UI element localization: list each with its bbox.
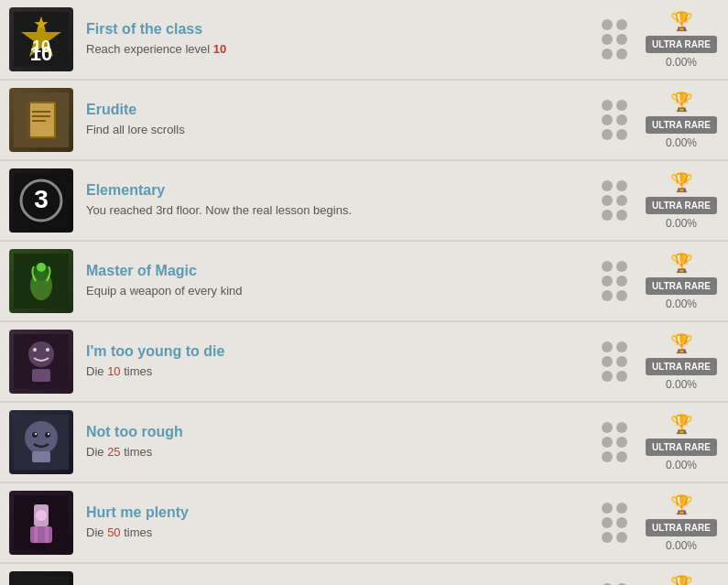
achievement-row: 3 ElementaryYou reached 3rd floor. Now t… bbox=[0, 161, 728, 240]
rarity-badge: ULTRA RARE bbox=[646, 358, 717, 375]
achievement-desc: Reach experience level 10 bbox=[86, 41, 585, 58]
achievement-desc: Die 50 times bbox=[86, 525, 585, 541]
achievement-dots bbox=[602, 341, 627, 382]
dot bbox=[602, 129, 613, 140]
achievement-row: Master of MagicEquip a weapon of every k… bbox=[0, 242, 728, 320]
svg-point-16 bbox=[37, 263, 46, 272]
achievement-rarity: 🏆ULTRA RARE0.00% bbox=[644, 171, 719, 230]
dot bbox=[616, 517, 627, 528]
achievement-dots bbox=[602, 422, 627, 462]
rarity-badge: ULTRA RARE bbox=[646, 439, 717, 456]
svg-rect-33 bbox=[34, 526, 38, 543]
dot bbox=[616, 49, 627, 60]
achievement-row: 10 First of the classReach experience le… bbox=[0, 0, 728, 79]
rarity-percent: 0.00% bbox=[666, 136, 697, 149]
dot bbox=[616, 114, 627, 125]
dot bbox=[602, 49, 613, 60]
rarity-percent: 0.00% bbox=[666, 539, 697, 552]
svg-point-31 bbox=[36, 510, 47, 521]
achievement-rarity: 🏆ULTRA RARE0.00% bbox=[644, 332, 719, 391]
trophy-icon: 🏆 bbox=[670, 252, 693, 274]
svg-point-27 bbox=[48, 433, 49, 435]
dot bbox=[602, 341, 613, 352]
svg-rect-21 bbox=[32, 369, 50, 382]
dot bbox=[616, 180, 627, 191]
trophy-icon: 🏆 bbox=[670, 171, 693, 193]
rarity-badge: ULTRA RARE bbox=[646, 277, 717, 295]
dot bbox=[602, 422, 613, 433]
achievement-rarity: 🏆ULTRA RARE0.00% bbox=[644, 413, 719, 471]
svg-rect-35 bbox=[14, 576, 69, 585]
dot bbox=[602, 503, 613, 514]
dot bbox=[602, 210, 613, 221]
svg-point-19 bbox=[33, 348, 37, 352]
achievement-icon-master-of-magic bbox=[9, 249, 73, 313]
dot bbox=[602, 437, 613, 448]
svg-point-23 bbox=[25, 421, 58, 454]
svg-point-26 bbox=[35, 433, 37, 435]
dot bbox=[602, 371, 613, 382]
achievement-row: I'm too young to dieDie 10 times🏆ULTRA R… bbox=[0, 322, 728, 401]
achievement-title: Erudite bbox=[86, 102, 585, 118]
svg-point-25 bbox=[45, 432, 50, 438]
achievement-rarity: 🏆ULTRA RARE0.0056 bbox=[644, 574, 719, 585]
trophy-icon: 🏆 bbox=[670, 493, 693, 515]
dot bbox=[616, 503, 627, 514]
achievement-rarity: 🏆ULTRA RARE0.00% bbox=[644, 252, 719, 310]
achievement-info-hurt-me-plenty: Hurt me plentyDie 50 times bbox=[86, 504, 585, 541]
rarity-badge: ULTRA RARE bbox=[646, 36, 717, 53]
achievement-rarity: 🏆ULTRA RARE0.00% bbox=[644, 10, 719, 69]
svg-point-24 bbox=[32, 432, 38, 438]
achievement-title: Elementary bbox=[86, 182, 585, 199]
trophy-icon: 🏆 bbox=[670, 332, 693, 354]
svg-rect-8 bbox=[32, 120, 46, 122]
achievement-icon-hurt-me-plenty bbox=[9, 491, 73, 555]
achievement-info-master-of-magic: Master of MagicEquip a weapon of every k… bbox=[86, 263, 585, 299]
achievement-icon-erudite bbox=[9, 88, 73, 152]
achievement-info-erudite: EruditeFind all lore scrolls bbox=[86, 102, 585, 138]
rarity-percent: 0.00% bbox=[666, 459, 697, 471]
dot bbox=[616, 129, 627, 140]
dot bbox=[602, 19, 613, 30]
svg-rect-7 bbox=[32, 115, 50, 117]
achievement-dots bbox=[602, 180, 627, 221]
achievement-title: Hurt me plenty bbox=[86, 504, 585, 521]
svg-rect-34 bbox=[45, 526, 49, 543]
dot bbox=[616, 100, 627, 111]
dot bbox=[616, 341, 627, 352]
dot bbox=[602, 276, 613, 287]
rarity-badge: ULTRA RARE bbox=[646, 197, 717, 214]
achievement-dots bbox=[602, 503, 627, 543]
dot bbox=[602, 114, 613, 125]
achievement-dots bbox=[602, 261, 627, 301]
dot bbox=[616, 371, 627, 382]
achievement-row: Not too roughDie 25 times🏆ULTRA RARE0.00… bbox=[0, 403, 728, 482]
dot bbox=[616, 451, 627, 462]
svg-rect-9 bbox=[27, 102, 30, 138]
achievement-desc: Die 10 times bbox=[86, 363, 585, 380]
dot bbox=[602, 34, 613, 45]
dot bbox=[616, 34, 627, 45]
achievement-info-too-young-to-die: I'm too young to dieDie 10 times bbox=[86, 343, 585, 380]
achievement-title: Master of Magic bbox=[86, 263, 585, 279]
dot bbox=[616, 276, 627, 287]
achievement-title: I'm too young to die bbox=[86, 343, 585, 360]
dot bbox=[616, 532, 627, 543]
svg-point-18 bbox=[28, 341, 54, 367]
dot bbox=[602, 532, 613, 543]
achievement-row: MudbloodGet to floor 3 using only the ma… bbox=[0, 564, 728, 585]
rarity-badge: ULTRA RARE bbox=[646, 519, 717, 536]
rarity-percent: 0.00% bbox=[666, 298, 697, 310]
achievement-rarity: 🏆ULTRA RARE0.00% bbox=[644, 91, 719, 149]
svg-text:10: 10 bbox=[32, 38, 50, 56]
achievement-icon-mudblood bbox=[9, 571, 73, 585]
svg-text:3: 3 bbox=[34, 185, 49, 213]
achievement-title: Not too rough bbox=[86, 424, 585, 440]
dot bbox=[602, 290, 613, 301]
rarity-badge: ULTRA RARE bbox=[646, 116, 717, 134]
trophy-icon: 🏆 bbox=[670, 10, 693, 32]
dot bbox=[602, 195, 613, 206]
dot bbox=[616, 356, 627, 367]
dot bbox=[602, 261, 613, 272]
achievement-icon-first-of-class: 10 bbox=[9, 7, 73, 71]
